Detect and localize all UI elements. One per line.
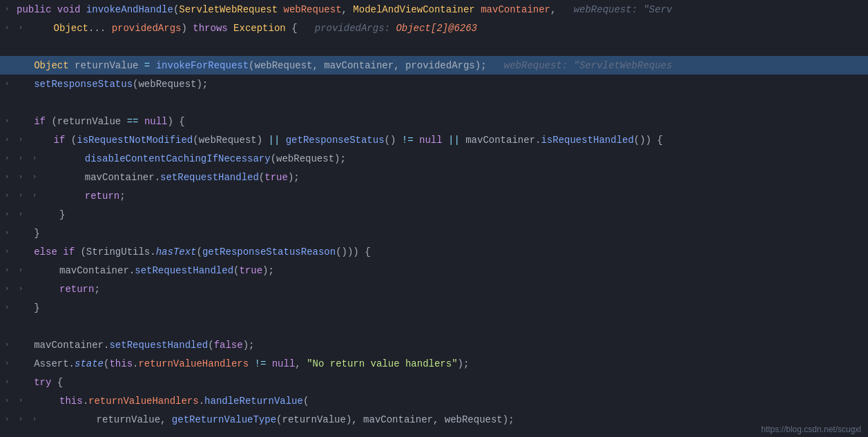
line-content-7: disableContentCachingIfNecessary ( webRe… <box>41 153 868 164</box>
code-line-7: › › › disableContentCachingIfNecessary (… <box>0 149 868 168</box>
line-content-16: mavContainer. setRequestHandled ( false … <box>14 340 868 351</box>
fold-arrow-6b[interactable]: › <box>14 136 28 144</box>
code-line-8: › › › mavContainer. setRequestHandled ( … <box>0 168 868 186</box>
fold-arrow-7b[interactable]: › <box>14 155 28 162</box>
line-content-17: Assert. state ( this . returnValueHandle… <box>14 358 868 369</box>
fold-arrow-9b[interactable]: › <box>14 192 28 200</box>
fold-arrow-8[interactable]: › <box>0 173 14 181</box>
line-content-19: this . returnValueHandlers . handleRetur… <box>28 396 868 407</box>
code-line-blank1 <box>0 37 868 56</box>
line-content-9: return ; <box>41 191 868 202</box>
line-content-8: mavContainer. setRequestHandled ( true )… <box>41 172 868 183</box>
code-line-1: › public void invokeAndHandle ( ServletW… <box>0 0 868 19</box>
line-content-10: } <box>28 209 868 220</box>
code-line-15: › } <box>0 298 868 317</box>
fold-arrow-7[interactable]: › <box>0 155 14 162</box>
code-line-4: › setResponseStatus ( webRequest ); <box>0 75 868 93</box>
line-content-5: if ( returnValue == null ) { <box>14 116 868 127</box>
fold-arrow-14[interactable]: › <box>0 285 14 293</box>
line-content-12: else if ( StringUtils. hasText ( getResp… <box>14 246 868 258</box>
code-line-blank2 <box>0 93 868 112</box>
code-line-12: › else if ( StringUtils. hasText ( getRe… <box>0 242 868 261</box>
fold-arrow-11[interactable]: › <box>0 229 14 237</box>
fold-arrow-13[interactable]: › <box>0 266 14 274</box>
line-content-1: public void invokeAndHandle ( ServletWeb… <box>14 4 868 15</box>
fold-arrow-14b[interactable]: › <box>14 285 28 293</box>
fold-arrow-15[interactable]: › <box>0 304 14 311</box>
fold-arrow-1[interactable]: › <box>0 6 14 13</box>
line-content-3: Object returnValue = invokeForRequest ( … <box>14 60 868 71</box>
fold-arrow-8c[interactable]: › <box>28 173 41 181</box>
fold-arrow-7c[interactable]: › <box>28 155 41 162</box>
fold-arrow-10b[interactable]: › <box>14 211 28 218</box>
fold-arrow-19[interactable]: › <box>0 397 14 405</box>
fold-arrow-9[interactable]: › <box>0 192 14 200</box>
line-content-14: return ; <box>28 284 868 295</box>
code-line-5: › if ( returnValue == null ) { <box>0 112 868 130</box>
code-line-9: › › › return ; <box>0 186 868 205</box>
code-line-6: › › if ( isRequestNotModified ( webReque… <box>0 130 868 149</box>
fold-arrow-17[interactable]: › <box>0 360 14 367</box>
fold-arrow-2b[interactable]: › <box>14 24 28 32</box>
line-content-13: mavContainer. setRequestHandled ( true )… <box>28 265 868 276</box>
fold-arrow-12[interactable]: › <box>0 248 14 255</box>
code-line-20: › › › returnValue, getReturnValueType ( … <box>0 410 868 429</box>
code-editor: › public void invokeAndHandle ( ServletW… <box>0 0 868 437</box>
fold-arrow-6[interactable]: › <box>0 136 14 144</box>
fold-arrow-10[interactable]: › <box>0 211 14 218</box>
code-line-16: › mavContainer. setRequestHandled ( fals… <box>0 336 868 354</box>
code-line-11: › } <box>0 224 868 242</box>
watermark: https://blog.csdn.net/scugxl <box>761 425 861 434</box>
fold-arrow-4[interactable]: › <box>0 80 14 88</box>
fold-arrow-9c[interactable]: › <box>28 192 41 200</box>
code-line-3: Object returnValue = invokeForRequest ( … <box>0 56 868 75</box>
fold-arrow-18[interactable]: › <box>0 378 14 386</box>
fold-arrow-20c[interactable]: › <box>28 416 41 423</box>
fold-arrow-13b[interactable]: › <box>14 266 28 274</box>
code-line-blank3 <box>0 317 868 336</box>
line-content-20: returnValue, getReturnValueType ( return… <box>41 414 868 425</box>
line-content-2: Object ... providedArgs ) throws Excepti… <box>28 23 868 34</box>
code-line-19: › › this . returnValueHandlers . handleR… <box>0 391 868 410</box>
line-content-11: } <box>14 228 868 239</box>
line-content-15: } <box>14 302 868 313</box>
fold-arrow-2[interactable]: › <box>0 24 14 32</box>
fold-arrow-20b[interactable]: › <box>14 416 28 423</box>
code-line-18: › try { <box>0 373 868 391</box>
fold-arrow-19b[interactable]: › <box>14 397 28 405</box>
code-line-2: › › Object ... providedArgs ) throws Exc… <box>0 19 868 37</box>
code-line-10: › › } <box>0 205 868 224</box>
code-line-13: › › mavContainer. setRequestHandled ( tr… <box>0 261 868 280</box>
line-content-6: if ( isRequestNotModified ( webRequest )… <box>28 135 868 146</box>
fold-arrow-16[interactable]: › <box>0 341 14 349</box>
line-content-4: setResponseStatus ( webRequest ); <box>14 79 868 90</box>
fold-arrow-20[interactable]: › <box>0 416 14 423</box>
line-content-18: try { <box>14 377 868 388</box>
fold-arrow-8b[interactable]: › <box>14 173 28 181</box>
code-line-17: › Assert. state ( this . returnValueHand… <box>0 354 868 373</box>
fold-arrow-5[interactable]: › <box>0 117 14 125</box>
code-line-14: › › return ; <box>0 280 868 298</box>
